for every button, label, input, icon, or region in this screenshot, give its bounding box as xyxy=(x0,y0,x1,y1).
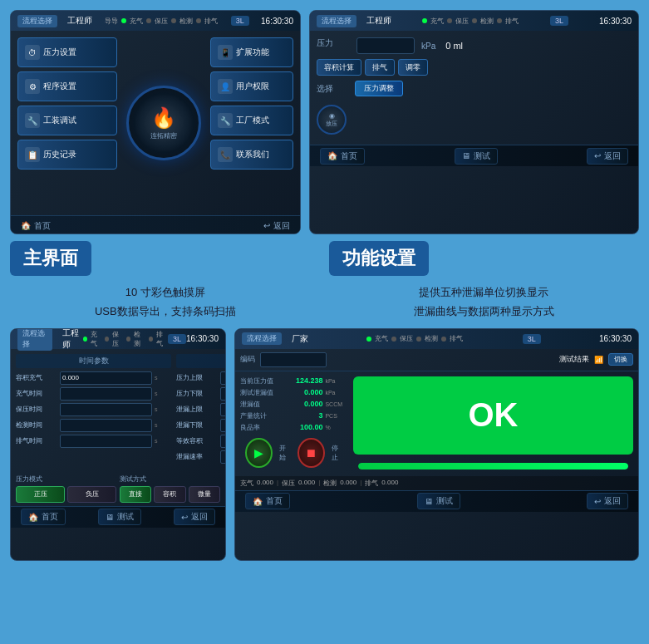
tool-debug-btn[interactable]: 🔧 工装调试 xyxy=(17,106,117,135)
param-panel-footer: 🏠 首页 🖥 测试 ↩ 返回 xyxy=(11,506,225,528)
switch-btn[interactable]: 切换 xyxy=(608,353,633,366)
tank-selector-func[interactable]: 3L xyxy=(550,16,568,26)
param-input-charge-time[interactable] xyxy=(60,387,152,401)
menu-center: 🔥 连拓精密 xyxy=(124,37,204,209)
history-btn[interactable]: 📋 历史记录 xyxy=(17,140,117,170)
result-title: 测试结果 xyxy=(559,354,589,365)
menu-right: 📱 扩展功能 👤 用户权限 🔧 工厂模式 📞 联系我们 xyxy=(210,37,293,209)
desc-main-line2: USB数据导出，支持条码扫描 xyxy=(10,302,321,321)
param-input-equiv-vol[interactable] xyxy=(220,435,226,448)
positive-pressure-btn[interactable]: 正压 xyxy=(16,486,65,503)
bottom-row: 流程选择 工程师 充气 保压 检测 排气 3L 16:30:30 时间参数 容积… xyxy=(0,328,649,568)
back-btn-result[interactable]: ↩ 返回 xyxy=(587,493,628,509)
param-input-exhaust-time[interactable] xyxy=(60,435,152,448)
param-input-leak-rate[interactable] xyxy=(220,450,226,464)
test-btn-func[interactable]: 🖥 测试 xyxy=(455,148,498,165)
home-btn-main[interactable]: 🏠 首页 xyxy=(21,220,51,232)
back-btn-func[interactable]: ↩ 返回 xyxy=(587,148,628,165)
yield-rate-value: 100.00 xyxy=(288,423,322,431)
param-input-hold-time[interactable] xyxy=(60,403,152,416)
home-btn-func[interactable]: 🏠 首页 xyxy=(320,148,365,165)
pressure-label-func: 压力 xyxy=(317,37,350,54)
monitor-icon-result: 🖥 xyxy=(425,497,433,506)
func-panel-footer: 🏠 首页 🖥 测试 ↩ 返回 xyxy=(310,145,638,166)
yield-count-row: 产量统计 3 PCS xyxy=(240,411,348,420)
time-display-main: 16:30:30 xyxy=(261,17,293,26)
pressurize-btn[interactable]: ◉ 放压 xyxy=(317,105,347,135)
zero-adj-btn[interactable]: 调零 xyxy=(398,59,428,76)
pressure-input[interactable] xyxy=(356,37,415,54)
status-exhaust-value: 0.000 xyxy=(381,479,398,488)
param-input-charge-vol[interactable] xyxy=(60,371,152,385)
negative-pressure-btn[interactable]: 负压 xyxy=(67,486,116,503)
mode-row: 压力模式 正压 负压 测试方式 直接 容积 微量 xyxy=(11,471,225,506)
pressure-params-title: 压力参数 xyxy=(176,354,226,368)
current-pressure-value: 124.238 xyxy=(288,376,322,385)
home-btn-result[interactable]: 🏠 首页 xyxy=(245,493,290,509)
home-icon-main: 🏠 xyxy=(21,221,31,230)
back-btn-main[interactable]: ↩ 返回 xyxy=(263,220,290,232)
volume-calc-btn[interactable]: 容积计算 xyxy=(317,59,361,76)
mode-selector-main[interactable]: 流程选择 xyxy=(17,15,57,27)
pressure-icon: ⏱ xyxy=(25,45,40,60)
exhaust-btn[interactable]: 排气 xyxy=(365,59,395,76)
back-btn-param[interactable]: ↩ 返回 xyxy=(174,509,215,525)
test-btn-param[interactable]: 🖥 测试 xyxy=(98,509,141,525)
param-row-exhaust-time: 排气时间 s xyxy=(16,435,171,448)
ok-text: OK xyxy=(469,396,519,434)
volume-test-btn[interactable]: 容积 xyxy=(154,486,185,503)
dot-p4 xyxy=(149,337,153,342)
param-input-p-upper[interactable] xyxy=(220,371,226,385)
bottom-status-bar: 充气 0.000 | 保压 0.000 | 检测 0.000 | 排气 0.00… xyxy=(235,476,638,490)
home-icon-func: 🏠 xyxy=(327,151,337,160)
dot-f1 xyxy=(422,18,427,23)
description-section: 主界面 10 寸彩色触摸屏 USB数据导出，支持条码扫描 功能设置 提供五种泄漏… xyxy=(0,241,649,328)
param-panel: 流程选择 工程师 充气 保压 检测 排气 3L 16:30:30 时间参数 容积… xyxy=(10,328,226,561)
test-leak-row: 测试泄漏值 0.000 kPa xyxy=(240,388,348,397)
mode-selector-result[interactable]: 流程选择 xyxy=(242,332,282,345)
extend-func-btn[interactable]: 📱 扩展功能 xyxy=(210,37,293,67)
param-input-detect-time[interactable] xyxy=(60,419,152,432)
tank-selector-param[interactable]: 3L xyxy=(168,334,186,344)
dot-exhaust xyxy=(196,18,201,23)
pressure-params-col: 压力参数 压力上限 kpa 压力下限 kpa 泄漏上限 kpa 泄漏 xyxy=(176,354,226,466)
time-params-title: 时间参数 xyxy=(16,354,171,368)
mode-selector-param[interactable]: 流程选择 xyxy=(17,328,52,351)
program-settings-btn[interactable]: ⚙ 程序设置 xyxy=(17,71,117,101)
param-row-leak-rate: 泄漏速率 SCCM xyxy=(176,450,226,464)
code-input[interactable] xyxy=(260,352,327,367)
logo-flame-icon: 🔥 xyxy=(150,106,177,130)
pressure-row: 压力 kPa 0 ml xyxy=(317,37,632,54)
pressure-settings-btn[interactable]: ⏱ 压力设置 xyxy=(17,37,117,67)
desc-main: 主界面 10 寸彩色触摸屏 USB数据导出，支持条码扫描 xyxy=(10,241,321,322)
param-row-charge-vol: 容积充气 s xyxy=(16,371,171,385)
test-btn-result[interactable]: 🖥 测试 xyxy=(417,493,460,509)
mode-selector-func[interactable]: 流程选择 xyxy=(317,15,356,27)
stop-btn[interactable]: ⏹ xyxy=(297,438,325,468)
contact-us-btn[interactable]: 📞 联系我们 xyxy=(210,140,293,170)
test-mode-section: 测试方式 直接 容积 微量 xyxy=(120,474,220,503)
user-level-func: 工程师 xyxy=(366,15,391,27)
result-ok-section: OK xyxy=(353,376,633,471)
status-dots-main: 导导 充气 保压 检测 排气 xyxy=(104,17,219,26)
home-btn-param[interactable]: 🏠 首页 xyxy=(21,509,66,525)
dot-r4 xyxy=(441,337,446,342)
param-input-p-lower[interactable] xyxy=(220,387,226,401)
pressurize-label: 放压 xyxy=(326,120,337,128)
param-input-leak-lower[interactable] xyxy=(220,419,226,432)
pressure-adjust-btn[interactable]: 压力调整 xyxy=(355,81,403,96)
start-btn[interactable]: ▶ xyxy=(245,438,273,468)
select-row: 选择 压力调整 xyxy=(317,81,632,96)
param-input-leak-upper[interactable] xyxy=(220,403,226,416)
direct-test-btn[interactable]: 直接 xyxy=(120,486,151,503)
param-row-leak-lower: 泄漏下限 kpa xyxy=(176,419,226,432)
factory-mode-btn[interactable]: 🔧 工厂模式 xyxy=(210,106,293,135)
micro-test-btn[interactable]: 微量 xyxy=(189,486,220,503)
status-dots-param: 充气 保压 检测 排气 xyxy=(83,330,168,348)
tank-selector-main[interactable]: 3L xyxy=(231,16,249,26)
dot-hold xyxy=(146,18,151,23)
back-icon-param: ↩ xyxy=(181,513,188,522)
back-icon-func: ↩ xyxy=(594,151,601,160)
user-permission-btn[interactable]: 👤 用户权限 xyxy=(210,71,293,101)
tank-selector-result[interactable]: 3L xyxy=(523,334,541,344)
